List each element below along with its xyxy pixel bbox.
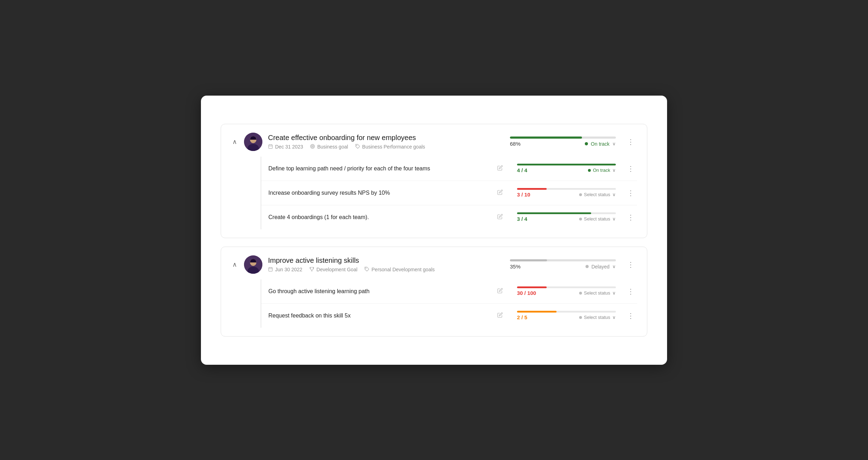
type-icon-2	[309, 267, 314, 273]
sub-status-chevron-2-2[interactable]: ∨	[612, 315, 616, 320]
goal-progress-fill-1	[510, 137, 582, 139]
sub-status-dot-1-2	[579, 193, 582, 196]
edit-icon-2-2[interactable]	[496, 311, 504, 321]
sub-goal-right-2-1: 30 / 100 Select status ∨	[510, 286, 616, 296]
sub-goal-row-1-1: Define top learning path need / priority…	[261, 157, 637, 181]
sub-status-label-2-2: Select status	[584, 315, 610, 320]
sub-goal-right-1-2: 3 / 10 Select status ∨	[510, 188, 616, 198]
meta-date-1: Dec 31 2023	[268, 144, 303, 150]
goal-info-1: Create effective onboarding for new empl…	[268, 134, 497, 150]
svg-rect-16	[269, 267, 273, 271]
sub-progress-fill-2-2	[517, 311, 557, 313]
sub-more-button-1-3[interactable]: ⋮	[624, 212, 637, 223]
goal-more-button-1[interactable]: ⋮	[624, 136, 637, 147]
sub-count-1-2: 3 / 10	[517, 192, 530, 198]
type-icon-1	[310, 144, 315, 150]
avatar-2	[244, 255, 262, 274]
sub-status-label-2-1: Select status	[584, 290, 610, 296]
sub-count-2-1: 30 / 100	[517, 290, 536, 296]
meta-type-1: Business goal	[310, 144, 348, 150]
goal-status-label-1: On track	[591, 141, 610, 147]
collapse-button-1[interactable]: ∧	[231, 137, 238, 147]
calendar-icon-2	[268, 267, 273, 273]
goal-progress-bar-2	[510, 259, 616, 261]
sub-status-row-1-3: Select status ∨	[579, 216, 616, 222]
svg-rect-4	[269, 145, 273, 149]
svg-point-9	[311, 145, 314, 147]
sub-progress-info-1-2: 3 / 10 Select status ∨	[517, 192, 616, 198]
sub-goal-title-1-3: Create 4 onboardings (1 for each team).	[268, 214, 490, 220]
sub-progress-info-2-1: 30 / 100 Select status ∨	[517, 290, 616, 296]
sub-more-button-2-2[interactable]: ⋮	[624, 310, 637, 321]
goal-meta-1: Dec 31 2023 Business goal Business Perfo…	[268, 144, 497, 150]
sub-status-chevron-1-1[interactable]: ∨	[612, 168, 616, 173]
sub-goal-row-2-1: Go through active listening learning pat…	[261, 279, 637, 304]
sub-goal-row-2-2: Request feedback on this skill 5x 2 / 5 …	[261, 304, 637, 328]
meta-type-2: Development Goal	[309, 267, 357, 273]
sub-goal-title-1-2: Increase onboarding survey results NPS b…	[268, 190, 490, 196]
goal-card-1: ∧ Create effective onboarding for new em…	[221, 124, 647, 238]
goal-progress-pct-1: 68%	[510, 141, 521, 147]
edit-icon-1-3[interactable]	[496, 212, 504, 222]
edit-icon-1-1[interactable]	[496, 164, 504, 174]
sub-goal-title-2-2: Request feedback on this skill 5x	[268, 313, 490, 319]
sub-status-chevron-2-1[interactable]: ∨	[612, 290, 616, 296]
sub-status-row-2-2: Select status ∨	[579, 315, 616, 320]
goal-tag-1: Business Performance goals	[362, 144, 425, 150]
sub-more-button-1-1[interactable]: ⋮	[624, 163, 637, 174]
sub-progress-bar-1-1	[517, 164, 616, 165]
sub-more-button-1-2[interactable]: ⋮	[624, 187, 637, 199]
status-chevron-1[interactable]: ∨	[612, 141, 616, 146]
sub-status-label-1-2: Select status	[584, 192, 610, 197]
goal-date-2: Jun 30 2022	[275, 267, 302, 272]
sub-status-chevron-1-3[interactable]: ∨	[612, 216, 616, 222]
meta-date-2: Jun 30 2022	[268, 267, 302, 273]
goal-status-row-1: On track ∨	[585, 141, 616, 147]
goal-header-1: ∧ Create effective onboarding for new em…	[231, 133, 637, 151]
sub-status-row-1-1: On track ∨	[588, 168, 616, 173]
status-chevron-2[interactable]: ∨	[612, 264, 616, 269]
goal-status-row-2: Delayed ∨	[585, 264, 616, 270]
collapse-button-2[interactable]: ∧	[231, 259, 238, 270]
goal-type-1: Business goal	[317, 144, 348, 150]
sub-goals-2: Go through active listening learning pat…	[261, 279, 637, 328]
goal-title-2: Improve active listening skills	[268, 256, 497, 265]
sub-status-dot-1-3	[579, 218, 582, 220]
svg-point-10	[312, 146, 313, 146]
sub-progress-info-2-2: 2 / 5 Select status ∨	[517, 314, 616, 320]
meta-tag-2: Personal Development goals	[364, 267, 435, 273]
svg-point-11	[356, 145, 357, 146]
edit-icon-2-1[interactable]	[496, 286, 504, 296]
goal-right-2: 35% Delayed ∨	[503, 259, 616, 270]
goal-more-button-2[interactable]: ⋮	[624, 259, 637, 270]
sub-progress-fill-1-3	[517, 212, 591, 214]
goal-tag-2: Personal Development goals	[371, 267, 435, 272]
sub-goal-title-1-1: Define top learning path need / priority…	[268, 165, 490, 172]
sub-status-chevron-1-2[interactable]: ∨	[612, 192, 616, 197]
sub-progress-bar-1-3	[517, 212, 616, 214]
svg-point-20	[365, 268, 366, 268]
calendar-icon-1	[268, 144, 273, 150]
tag-icon-2	[364, 267, 369, 273]
sub-goal-row-1-3: Create 4 onboardings (1 for each team). …	[261, 205, 637, 229]
sub-more-button-2-1[interactable]: ⋮	[624, 286, 637, 297]
edit-icon-1-2[interactable]	[496, 188, 504, 198]
sub-progress-bar-1-2	[517, 188, 616, 190]
goal-card-2: ∧ Improve active listening skills Jun 30…	[221, 247, 647, 337]
sub-goal-right-2-2: 2 / 5 Select status ∨	[510, 311, 616, 320]
goal-progress-pct-2: 35%	[510, 264, 521, 270]
sub-status-label-1-3: Select status	[584, 216, 610, 222]
goal-header-2: ∧ Improve active listening skills Jun 30…	[231, 255, 637, 274]
sub-status-row-2-1: Select status ∨	[579, 290, 616, 296]
sub-goal-title-2-1: Go through active listening learning pat…	[268, 288, 490, 295]
meta-tag-1: Business Performance goals	[355, 144, 425, 150]
sub-progress-info-1-3: 3 / 4 Select status ∨	[517, 216, 616, 222]
sub-status-dot-2-1	[579, 292, 582, 295]
sub-progress-fill-2-1	[517, 286, 547, 288]
sub-progress-fill-1-2	[517, 188, 547, 190]
sub-count-1-1: 4 / 4	[517, 167, 527, 173]
sub-goal-row-1-2: Increase onboarding survey results NPS b…	[261, 181, 637, 205]
goal-right-1: 68% On track ∨	[503, 137, 616, 147]
goal-title-1: Create effective onboarding for new empl…	[268, 134, 497, 142]
goal-status-dot-2	[585, 265, 589, 268]
